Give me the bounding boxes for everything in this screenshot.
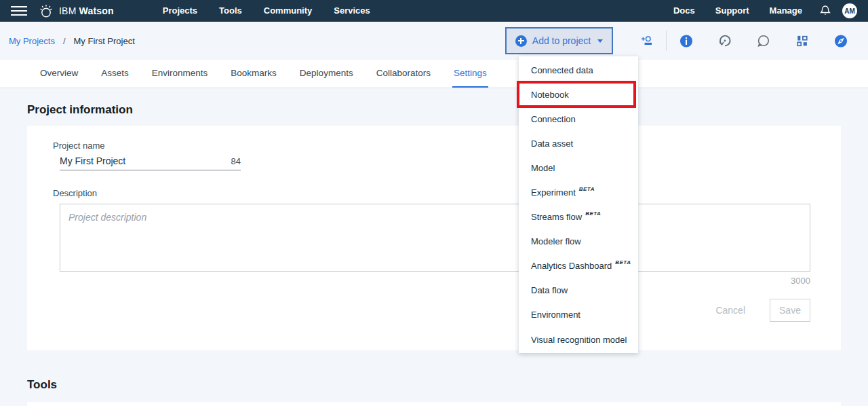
menu-item-notebook[interactable]: Notebook bbox=[519, 82, 638, 107]
topnav-left-menu: ProjectsToolsCommunityServices bbox=[152, 0, 381, 22]
menu-item-connection[interactable]: Connection bbox=[519, 107, 638, 131]
tab-assets[interactable]: Assets bbox=[100, 60, 130, 88]
description-label: Description bbox=[53, 188, 817, 198]
history-icon[interactable] bbox=[718, 34, 732, 48]
notifications-bell-icon[interactable] bbox=[819, 5, 831, 17]
menu-item-model[interactable]: Model bbox=[519, 155, 638, 180]
topnav-item-services[interactable]: Services bbox=[323, 0, 381, 22]
menu-item-label: Connection bbox=[531, 114, 576, 124]
menu-item-visual-recognition-model[interactable]: Visual recognition model bbox=[519, 327, 638, 352]
tab-settings[interactable]: Settings bbox=[452, 60, 488, 88]
save-button[interactable]: Save bbox=[770, 299, 810, 322]
watson-avatar-icon bbox=[38, 3, 54, 19]
add-to-project-menu: Connected dataNotebookConnectionData ass… bbox=[519, 56, 638, 353]
project-information-heading: Project information bbox=[27, 88, 841, 117]
topnav-item-docs[interactable]: Docs bbox=[663, 0, 705, 22]
project-name-field: 84 bbox=[60, 155, 241, 170]
info-icon[interactable] bbox=[679, 34, 693, 48]
topnav-item-support[interactable]: Support bbox=[705, 0, 760, 22]
menu-item-modeler-flow[interactable]: Modeler flow bbox=[519, 229, 638, 254]
tab-deployments[interactable]: Deployments bbox=[298, 60, 355, 88]
menu-item-label: Visual recognition model bbox=[531, 335, 627, 345]
menu-item-environment[interactable]: Environment bbox=[519, 303, 638, 327]
menu-item-data-flow[interactable]: Data flow bbox=[519, 278, 638, 303]
beta-badge: BETA bbox=[615, 259, 631, 265]
tab-environments[interactable]: Environments bbox=[151, 60, 210, 88]
breadcrumb-my-projects[interactable]: My Projects bbox=[9, 36, 55, 46]
breadcrumb-separator: / bbox=[63, 36, 66, 46]
menu-item-data-asset[interactable]: Data asset bbox=[519, 131, 638, 155]
breadcrumb-current-project: My First Project bbox=[74, 36, 135, 46]
tab-bookmarks[interactable]: Bookmarks bbox=[229, 60, 278, 88]
form-actions: Cancel Save bbox=[53, 299, 810, 322]
project-tabs: OverviewAssetsEnvironmentsBookmarksDeplo… bbox=[0, 60, 868, 88]
tab-collaborators[interactable]: Collaborators bbox=[375, 60, 432, 88]
tab-overview[interactable]: Overview bbox=[39, 60, 79, 88]
topnav-item-manage[interactable]: Manage bbox=[760, 0, 812, 22]
compass-icon[interactable] bbox=[834, 34, 848, 48]
action-icons bbox=[627, 31, 860, 51]
project-name-label: Project name bbox=[53, 141, 817, 151]
breadcrumb: My Projects / My First Project bbox=[9, 36, 135, 46]
add-to-project-label: Add to project bbox=[532, 35, 591, 46]
menu-item-label: Model bbox=[531, 163, 555, 173]
description-char-counter: 3000 bbox=[53, 276, 810, 286]
menu-item-connected-data[interactable]: Connected data bbox=[519, 58, 638, 82]
menu-item-streams-flow[interactable]: Streams flowBETA bbox=[519, 205, 638, 229]
plus-icon bbox=[515, 35, 527, 47]
menu-icon[interactable] bbox=[0, 0, 38, 22]
menu-item-label: Streams flow bbox=[531, 212, 582, 222]
main-content: Project information Project name 84 Desc… bbox=[0, 88, 868, 406]
description-field bbox=[60, 204, 810, 272]
topnav-item-tools[interactable]: Tools bbox=[208, 0, 253, 22]
action-bar: My Projects / My First Project Add to pr… bbox=[0, 22, 868, 60]
menu-item-label: Connected data bbox=[531, 65, 593, 75]
cancel-button[interactable]: Cancel bbox=[715, 305, 745, 316]
menu-item-label: Experiment bbox=[531, 187, 576, 198]
blocks-icon[interactable] bbox=[795, 34, 809, 48]
menu-item-label: Notebook bbox=[531, 90, 569, 100]
menu-item-analytics-dashboard[interactable]: Analytics DashboardBETA bbox=[519, 254, 638, 278]
beta-badge: BETA bbox=[585, 210, 601, 217]
menu-item-label: Data asset bbox=[531, 139, 573, 149]
chevron-down-icon bbox=[597, 39, 603, 43]
add-to-project-button[interactable]: Add to project bbox=[505, 27, 613, 54]
project-information-card: Project name 84 Description 3000 Cancel … bbox=[27, 126, 841, 350]
brand-logo[interactable]: IBMWatson bbox=[38, 3, 114, 19]
topnav-right-menu: DocsSupportManage bbox=[663, 0, 812, 22]
brand-title: IBMWatson bbox=[59, 5, 114, 16]
project-name-char-counter: 84 bbox=[231, 156, 241, 166]
tools-card bbox=[27, 402, 841, 406]
tools-heading: Tools bbox=[27, 378, 841, 392]
description-textarea[interactable] bbox=[60, 204, 810, 271]
divider bbox=[666, 31, 667, 51]
menu-item-label: Analytics Dashboard bbox=[531, 261, 612, 271]
beta-badge: BETA bbox=[579, 186, 595, 192]
menu-item-label: Environment bbox=[531, 310, 580, 320]
topnav-item-projects[interactable]: Projects bbox=[152, 0, 208, 22]
comments-icon[interactable] bbox=[757, 34, 770, 48]
topnav-item-community[interactable]: Community bbox=[253, 0, 323, 22]
add-collaborator-icon[interactable] bbox=[640, 34, 654, 48]
menu-item-label: Modeler flow bbox=[531, 236, 581, 246]
user-avatar[interactable]: AM bbox=[842, 3, 857, 18]
project-name-input[interactable] bbox=[60, 155, 226, 166]
top-nav: IBMWatson ProjectsToolsCommunityServices… bbox=[0, 0, 868, 22]
menu-item-label: Data flow bbox=[531, 285, 568, 295]
menu-item-experiment[interactable]: ExperimentBETA bbox=[519, 180, 638, 204]
